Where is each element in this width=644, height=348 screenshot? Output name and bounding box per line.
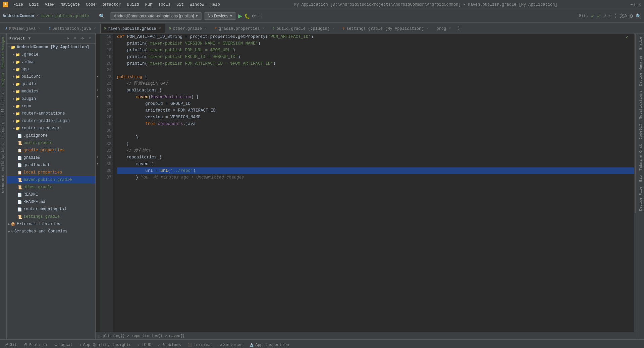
menu-edit[interactable]: Edit bbox=[26, 2, 42, 8]
tree-gradle-dir[interactable]: ▶ 📁 .gradle bbox=[7, 51, 95, 58]
tree-plugin[interactable]: ▶ 📁 plugin bbox=[7, 95, 95, 102]
tree-idea[interactable]: ▶ 📁 .idea bbox=[7, 58, 95, 66]
todo-btn[interactable]: ☑ TODO bbox=[137, 342, 153, 348]
tab-close-destination[interactable]: × bbox=[93, 26, 96, 31]
tab-maven-publish[interactable]: G maven.publish.gradle × bbox=[100, 24, 165, 33]
tree-gradle-props-file[interactable]: 📋 gradle.properties bbox=[7, 147, 95, 154]
tree-build-gradle[interactable]: 📜 build.gradle bbox=[7, 139, 95, 147]
tree-root[interactable]: ▾ 📁 AndroidCommon [My Application] bbox=[7, 44, 95, 51]
device-file-label[interactable]: Device File bbox=[638, 185, 643, 213]
terminal-btn[interactable]: ⬛ Terminal bbox=[186, 342, 214, 348]
git-bottom-btn[interactable]: ⎇ Git bbox=[3, 342, 18, 348]
sync-btn[interactable]: ⟳ bbox=[252, 13, 256, 19]
tree-gradle[interactable]: ▶ 📁 gradle bbox=[7, 80, 95, 88]
tree-btn2[interactable]: ≡ bbox=[72, 36, 78, 41]
services-btn[interactable]: ⚙ Services bbox=[218, 342, 244, 348]
menu-git[interactable]: Git bbox=[174, 2, 186, 8]
tab-close-gradleprops[interactable]: × bbox=[262, 26, 265, 31]
search-btn[interactable]: 🔍 bbox=[96, 12, 108, 20]
app-quality-btn[interactable]: ✦ App Quality Insights bbox=[78, 342, 133, 348]
logcat-btn[interactable]: ≡ Logcat bbox=[53, 342, 74, 348]
app-inspection-btn[interactable]: 🔬 App Inspection bbox=[248, 342, 290, 348]
project-dropdown[interactable]: ▼ bbox=[28, 36, 31, 41]
codegx-label[interactable]: CodeGlX bbox=[638, 122, 643, 141]
fold-35[interactable]: ▾ bbox=[96, 161, 100, 167]
toolbar-more[interactable]: ⋯ bbox=[258, 14, 262, 18]
git-undo[interactable]: ↶ bbox=[608, 14, 611, 18]
build-variants-label[interactable]: Build Variants bbox=[1, 141, 6, 172]
menu-tools[interactable]: Tools bbox=[156, 2, 173, 8]
tree-readme[interactable]: 📄 README bbox=[7, 191, 95, 198]
bookmarks-label[interactable]: Bookmarks bbox=[1, 119, 6, 140]
device-manager-label[interactable]: Device Manager bbox=[638, 53, 643, 88]
git-check2[interactable]: ✓ bbox=[597, 13, 601, 19]
settings-btn[interactable]: ⚙ bbox=[629, 13, 634, 19]
gradle-label[interactable]: Gradle bbox=[638, 35, 643, 52]
tab-close-maven[interactable]: × bbox=[158, 26, 162, 31]
problems-btn[interactable]: ⚠ Problems bbox=[157, 342, 182, 348]
tree-gitignore[interactable]: 📄 .gitignore bbox=[7, 132, 95, 139]
run-btn[interactable]: ▶ bbox=[238, 13, 242, 19]
debug-btn[interactable]: 🐛 bbox=[244, 13, 250, 19]
tab-settings[interactable]: S settings.gradle (My Application) × bbox=[339, 24, 433, 33]
tree-settings-gradle[interactable]: 📜 settings.gradle bbox=[7, 213, 95, 220]
menu-view[interactable]: View bbox=[42, 2, 57, 8]
tree-router-annotations[interactable]: ▶ 📁 router-annotations bbox=[7, 110, 95, 117]
tabs-overflow-btn[interactable]: ⋮ bbox=[455, 25, 463, 31]
translate-btn[interactable]: 文A bbox=[620, 13, 627, 19]
win-minimize-btn[interactable]: − bbox=[630, 2, 633, 7]
git-check[interactable]: ✓ bbox=[591, 13, 595, 19]
tree-app[interactable]: ▶ 📁 app bbox=[7, 66, 95, 73]
bio-label[interactable]: Bio bbox=[638, 173, 643, 184]
tree-btn3[interactable]: ⚙ bbox=[80, 36, 85, 41]
code-editor[interactable]: def POM_ARTIFACT_ID_String = project.pro… bbox=[113, 33, 634, 332]
tree-router-mapping[interactable]: 📄 router-mapping.txt bbox=[7, 206, 95, 213]
tree-router-processor[interactable]: ▶ 📁 router-processor bbox=[7, 125, 95, 132]
menu-build[interactable]: Build bbox=[124, 2, 142, 8]
tab-build-plugin[interactable]: G build.gradle (:plugin) × bbox=[269, 24, 338, 33]
tabnine-chat-label[interactable]: Tabnine Chat bbox=[638, 142, 643, 172]
tab-close-settings[interactable]: × bbox=[426, 26, 429, 31]
tab-close-mnview[interactable]: × bbox=[38, 26, 41, 31]
tab-mnview[interactable]: J MNView.java × bbox=[1, 24, 45, 33]
devices-btn[interactable]: No Devices ▼ bbox=[204, 12, 236, 20]
scrollbar-thumb[interactable] bbox=[635, 34, 636, 213]
tree-local-props[interactable]: 📋 local.properties bbox=[7, 169, 95, 176]
editor-scrollbar[interactable] bbox=[634, 33, 637, 332]
menu-navigate[interactable]: Navigate bbox=[58, 2, 83, 8]
build-config-btn[interactable]: AndroidCommon:router-annotations [publis… bbox=[110, 12, 202, 20]
tree-btn1[interactable]: ⊕ bbox=[65, 36, 70, 41]
tree-router-gradle-plugin[interactable]: ▶ 📁 router-gradle-plugin bbox=[7, 117, 95, 125]
tree-other-gradle[interactable]: 📜 other.gradle bbox=[7, 184, 95, 191]
profiler-btn[interactable]: ⏱ Profiler bbox=[22, 342, 50, 348]
fold-24[interactable]: ▾ bbox=[96, 87, 100, 94]
menu-refactor[interactable]: Refactor bbox=[99, 2, 124, 8]
pull-requests-label[interactable]: Pull Requests bbox=[1, 89, 6, 118]
fold-25[interactable]: ▾ bbox=[96, 94, 100, 100]
tree-btn-close[interactable]: × bbox=[87, 36, 93, 41]
tab-other-gradle[interactable]: G other.gradle × bbox=[165, 24, 211, 33]
tab-gradle-props[interactable]: P gradle.properties × bbox=[211, 24, 269, 33]
tree-maven-publish[interactable]: 📜 maven.publish.gradle ← bbox=[7, 176, 95, 184]
project-label[interactable]: Project bbox=[1, 71, 6, 88]
tab-close-buildplugin[interactable]: × bbox=[332, 26, 335, 31]
tree-modules[interactable]: ▶ 📁 modules bbox=[7, 88, 95, 95]
structure-label[interactable]: Structure bbox=[1, 173, 6, 194]
git-more[interactable]: ⋮ bbox=[613, 14, 618, 18]
notifications-label[interactable]: Notifications bbox=[638, 88, 643, 121]
fold-22[interactable]: ▾ bbox=[96, 74, 100, 80]
menu-run[interactable]: Run bbox=[142, 2, 155, 8]
tree-scratches[interactable]: ▶ ✎ Scratches and Consoles bbox=[7, 228, 95, 235]
tree-readme-md[interactable]: 📄 README.md bbox=[7, 198, 95, 206]
tree-buildsrc[interactable]: ▶ 📁 buildSrc bbox=[7, 73, 95, 80]
tab-close-prog[interactable]: × bbox=[448, 26, 451, 31]
tab-prog[interactable]: prog × bbox=[433, 24, 455, 33]
resource-manager-label[interactable]: Resource Manager bbox=[1, 35, 6, 70]
code-line-36[interactable]: url = uri('../repo') bbox=[117, 167, 634, 174]
fold-34[interactable]: ▾ bbox=[96, 154, 100, 161]
menu-code[interactable]: Code bbox=[83, 2, 98, 8]
win-maximize-btn[interactable]: □ bbox=[634, 2, 637, 7]
tree-external-libs[interactable]: ▶ 📦 External Libraries bbox=[7, 220, 95, 228]
search-everywhere-btn[interactable]: 🔍 bbox=[636, 13, 641, 19]
tab-close-other[interactable]: × bbox=[204, 26, 207, 31]
